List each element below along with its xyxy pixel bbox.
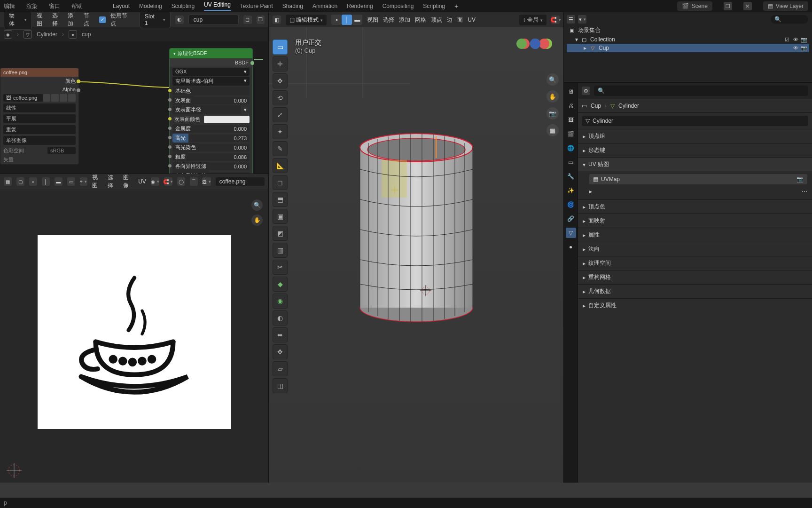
section-header[interactable]: ▸形态键 (578, 143, 812, 157)
ne-menu-node[interactable]: 节点 (84, 12, 94, 28)
crumb-data[interactable]: Cylinder (618, 103, 639, 109)
section-header[interactable]: ▸属性 (578, 228, 812, 242)
new-img-icon[interactable] (51, 94, 59, 102)
tab-rendering[interactable]: Rendering (347, 3, 373, 9)
object-mode-dropdown[interactable]: 物体 (4, 12, 32, 30)
bc-material[interactable]: cup (82, 31, 91, 38)
selmode-sync-icon[interactable]: ▢ (16, 177, 24, 186)
bsdf-prop-value[interactable]: 0.000 (194, 125, 250, 133)
section-header[interactable]: ▸重构网格 (578, 270, 812, 284)
viewlayer-selector[interactable]: ▤ View Layer (763, 1, 808, 11)
unlink-icon[interactable] (43, 94, 50, 102)
outliner-type-icon[interactable]: ☰ (567, 15, 575, 24)
selmode-island-icon[interactable]: ▭ (67, 177, 75, 186)
bevel-tool-icon[interactable]: ◩ (273, 226, 288, 241)
persp-ortho-icon[interactable]: ▦ (547, 124, 559, 136)
editor-type-icon[interactable]: ▦ (4, 177, 12, 186)
ptab-output-icon[interactable]: 🖨 (566, 101, 576, 111)
use-nodes-checkbox[interactable]: ✓ (99, 16, 106, 23)
section-header[interactable]: ▸法向 (578, 242, 812, 256)
move-tool-icon[interactable]: ✥ (273, 73, 288, 88)
image-browse-icon[interactable]: 🖼 (203, 177, 211, 186)
ptab-viewlayer-icon[interactable]: 🖼 (566, 115, 576, 125)
uvmap-menu-icon[interactable]: ⋯ (802, 188, 807, 195)
bc-object[interactable]: Cylinder (37, 31, 57, 38)
cylinder-mesh[interactable] (355, 129, 477, 326)
axis-y-neg-icon[interactable] (516, 39, 527, 49)
ptab-physics-icon[interactable]: 🌀 (566, 199, 576, 210)
menu-edit[interactable]: 编辑 (4, 2, 15, 10)
proportional-icon[interactable]: ◯ (177, 177, 185, 186)
vp-menu-view[interactable]: 视图 (367, 16, 378, 24)
shear-tool-icon[interactable]: ▱ (273, 361, 288, 376)
nav-gizmo[interactable]: Z Y X (516, 39, 554, 76)
delete-scene-icon[interactable]: ✕ (743, 2, 752, 10)
pivot-dropdown[interactable]: ◉ (151, 177, 159, 186)
colorspace-dropdown[interactable]: sRGB (47, 147, 76, 154)
eye-obj-icon[interactable]: 👁 (792, 45, 799, 51)
snap-dropdown[interactable]: 🧲 (164, 177, 172, 186)
color-swatch[interactable] (204, 116, 250, 123)
vp-menu-select[interactable]: 选择 (383, 16, 394, 24)
transform-tool-icon[interactable]: ✦ (273, 124, 288, 139)
bsdf-prop-value[interactable]: 0.000 (194, 97, 250, 104)
3d-viewport[interactable]: ◧ ◫ 编辑模式 ▪ │ ▬ 视图 选择 添加 网格 顶点 边 面 UV ↕ 全… (269, 12, 564, 483)
bsdf-prop-value[interactable]: 0.000 (199, 144, 250, 151)
rotate-tool-icon[interactable]: ⟲ (273, 90, 288, 105)
vp-menu-add[interactable]: 添加 (399, 16, 410, 24)
image-name-field[interactable]: coffee.png (216, 177, 265, 186)
chevron-down-icon[interactable]: ▾ (241, 106, 250, 114)
axis-x-neg-icon[interactable] (539, 39, 549, 49)
ptab-object-icon[interactable]: ▭ (566, 157, 576, 167)
editor-type-3dv-icon[interactable]: ◧ (273, 16, 281, 24)
bsdf-prop-value[interactable]: 0.000 (209, 163, 250, 170)
ptab-mesh-data-icon[interactable]: ▽ (566, 228, 576, 238)
world-icon[interactable]: ◆ (4, 30, 12, 39)
face-select-icon[interactable]: ▬ (352, 15, 362, 25)
shader-node-editor[interactable]: 物体 视图 选择 添加 节点 ✓ 使用节点 Slot 1 ◐ cup ◻ ❐ ◆ (0, 12, 268, 174)
ptab-particles-icon[interactable]: ✨ (566, 185, 576, 196)
zoom-icon[interactable]: 🔍 (251, 199, 263, 211)
edge-slide-tool-icon[interactable]: ⬌ (273, 327, 288, 342)
ptab-render-icon[interactable]: 🖥 (566, 87, 576, 97)
camera-obj-icon[interactable]: 📷 (801, 45, 807, 51)
mode-dropdown[interactable]: ◫ 编辑模式 (286, 15, 327, 25)
selmode-face-icon[interactable]: ▬ (55, 177, 62, 186)
section-header[interactable]: ▸顶点组 (578, 129, 812, 143)
falloff-icon[interactable]: ⌒ (190, 177, 198, 186)
tab-scripting[interactable]: Scripting (423, 3, 445, 9)
slot-dropdown[interactable]: Slot 1 (140, 12, 171, 28)
spin-tool-icon[interactable]: ◉ (273, 294, 288, 309)
viewport-scene[interactable] (269, 27, 563, 483)
expand-icon[interactable]: ▸ (589, 188, 592, 195)
zoom-vp-icon[interactable]: 🔍 (547, 73, 559, 86)
uv-menu-uv[interactable]: UV (138, 178, 146, 185)
menu-help[interactable]: 帮助 (71, 2, 83, 10)
tab-texture-paint[interactable]: Texture Paint (240, 3, 273, 9)
annotate-tool-icon[interactable]: ✎ (273, 141, 288, 156)
proj-dropdown[interactable]: 平展 (3, 114, 76, 123)
scene-selector[interactable]: 🎬 Scene (677, 1, 712, 11)
imgnode-file-field[interactable]: 🖼coffee.png (3, 94, 43, 102)
tab-shading[interactable]: Shading (282, 3, 303, 9)
close-img-icon[interactable] (68, 94, 76, 102)
bsdf-sss-method-dropdown[interactable]: 克里斯坦森-伯利▾ (172, 77, 250, 86)
loopcut-tool-icon[interactable]: ▥ (273, 243, 288, 258)
outliner-search[interactable]: 🔍 (771, 15, 808, 24)
section-header[interactable]: ▸自定义属性 (578, 299, 812, 312)
vp-menu-mesh[interactable]: 网格 (415, 16, 426, 24)
sticky-dropdown[interactable]: ⌖ (80, 177, 88, 186)
section-header[interactable]: ▸面映射 (578, 214, 812, 228)
camera-active-icon[interactable]: 📷 (796, 176, 804, 183)
smooth-tool-icon[interactable]: ◐ (273, 310, 288, 325)
axis-z-neg-icon[interactable] (530, 39, 540, 49)
add-cube-tool-icon[interactable]: ◻ (273, 175, 288, 190)
eye-icon[interactable]: 👁 (792, 36, 799, 43)
image-texture-node[interactable]: coffee.png 颜色 Alpha 🖼coffee.png 线性 平展 重复… (0, 68, 79, 165)
vp-menu-uv[interactable]: UV (468, 16, 476, 23)
rip-tool-icon[interactable]: ◫ (273, 378, 288, 393)
open-img-icon[interactable] (60, 94, 67, 102)
principled-bsdf-node[interactable]: 原理化BSDF BSDF GGX▾ 克里斯坦森-伯利▾ 基础色 次表面0.000… (169, 48, 253, 174)
outliner-panel[interactable]: ☰ ▾ 🔍 ▣场景集合 ▾▢Collection ☑👁📷 ▸▽Cup 👁📷 (564, 12, 812, 83)
menu-render[interactable]: 渲染 (26, 2, 38, 10)
